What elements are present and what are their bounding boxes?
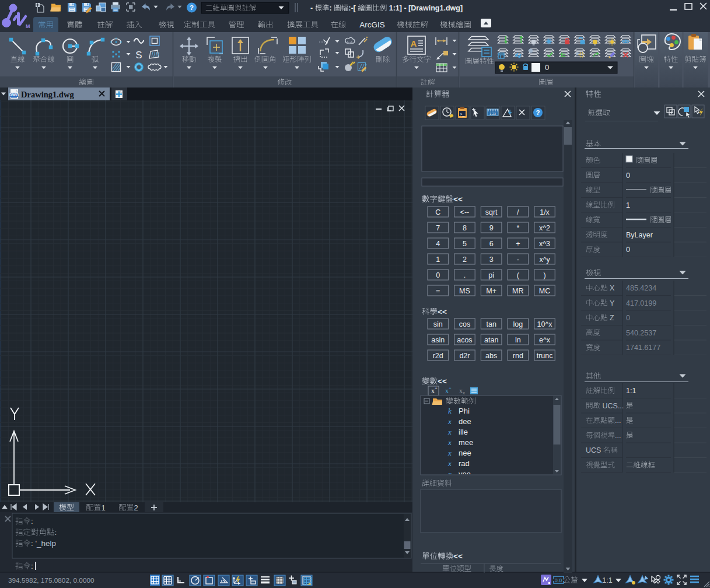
svg-text:0.0: 0.0 [555, 578, 562, 583]
svg-text:Phi: Phi [459, 407, 470, 415]
svg-text:dee: dee [459, 417, 471, 426]
svg-text:1: 1 [101, 503, 105, 512]
svg-text:atan: atan [484, 336, 498, 344]
svg-text:x: x [447, 417, 452, 426]
svg-text:1:1: 1:1 [602, 576, 612, 584]
svg-text:pi: pi [488, 271, 494, 279]
svg-text:ln: ln [515, 336, 521, 344]
svg-text:0: 0 [626, 314, 630, 322]
svg-text:1741.6177: 1741.6177 [626, 344, 660, 352]
svg-text:UCS...: UCS... [603, 402, 624, 410]
svg-text:?: ? [536, 109, 540, 116]
svg-text:9: 9 [489, 224, 494, 232]
svg-text:+: + [516, 240, 520, 248]
svg-text:<<: << [438, 307, 447, 316]
svg-text:S: S [135, 50, 142, 61]
svg-text:: '_help: : '_help [31, 539, 56, 548]
svg-text:cos: cos [459, 320, 470, 328]
svg-text:x^2: x^2 [539, 224, 550, 232]
svg-text:trunc: trunc [537, 352, 553, 360]
svg-text:e^x: e^x [539, 336, 551, 344]
svg-text:asin: asin [431, 336, 445, 344]
svg-text:abs: abs [485, 352, 497, 360]
svg-text:0: 0 [626, 246, 630, 254]
svg-text:rad: rad [459, 459, 470, 468]
svg-text:Z: Z [610, 314, 614, 322]
svg-text:7: 7 [436, 224, 440, 232]
svg-text:rnd: rnd [513, 352, 523, 360]
svg-text:MR: MR [512, 287, 523, 295]
svg-text:ille: ille [459, 428, 468, 436]
svg-text:Drawing1.dwg: Drawing1.dwg [21, 90, 74, 99]
svg-text:/: / [517, 208, 519, 216]
svg-text:6: 6 [489, 240, 494, 248]
svg-text:d2r: d2r [459, 352, 470, 360]
svg-text:<<: << [453, 195, 463, 204]
svg-text:x: x [447, 449, 452, 457]
svg-text:-: - [517, 256, 519, 264]
svg-text:): ) [544, 271, 546, 279]
svg-text:1/x: 1/x [540, 208, 550, 216]
svg-text:1:1] - [Drawing1.dwg]: 1:1] - [Drawing1.dwg] [389, 4, 463, 12]
svg-text:tan: tan [487, 320, 496, 328]
svg-text:1: 1 [436, 256, 440, 264]
svg-text:-: - [310, 4, 313, 12]
svg-text:A: A [411, 38, 417, 48]
svg-text:1: 1 [626, 201, 630, 209]
svg-text:1.23: 1.23 [489, 112, 496, 116]
svg-text:0: 0 [545, 63, 549, 72]
svg-text:.: . [464, 271, 466, 279]
svg-text::: : [31, 562, 33, 570]
svg-text:2: 2 [463, 256, 467, 264]
svg-text::: : [31, 517, 33, 526]
svg-text:M: M [26, 23, 30, 29]
svg-text:3: 3 [489, 256, 494, 264]
svg-text:x^3: x^3 [539, 240, 550, 248]
svg-text:x: x [463, 390, 465, 396]
svg-text:0: 0 [626, 172, 630, 180]
svg-text:M+: M+ [486, 287, 496, 295]
svg-text:MS: MS [459, 287, 470, 295]
svg-text:sin: sin [433, 320, 443, 328]
svg-text:x: x [447, 459, 452, 468]
svg-text:485.4234: 485.4234 [626, 284, 656, 292]
svg-text:x: x [447, 438, 452, 447]
svg-text:*: * [516, 224, 519, 232]
svg-text:>_: >_ [460, 112, 465, 117]
svg-text:sqrt: sqrt [485, 208, 498, 216]
svg-text:...: ... [615, 432, 621, 440]
svg-text:2: 2 [134, 503, 138, 512]
svg-text:k: k [448, 407, 452, 415]
svg-text:?: ? [190, 4, 194, 11]
svg-text:5: 5 [463, 240, 467, 248]
svg-text::-[: :-[ [348, 4, 356, 12]
svg-text:417.0199: 417.0199 [626, 299, 656, 307]
svg-text:1:1: 1:1 [626, 387, 636, 395]
svg-text:MC: MC [539, 287, 550, 295]
svg-text:<<: << [438, 377, 447, 386]
svg-text:+: + [449, 386, 452, 391]
svg-text::: : [55, 528, 57, 537]
svg-text:4: 4 [436, 240, 440, 248]
svg-text:nee: nee [459, 449, 471, 457]
svg-text:X: X [610, 284, 615, 292]
svg-text:0: 0 [436, 271, 440, 279]
svg-text:ByLayer: ByLayer [626, 231, 653, 239]
svg-text:10^x: 10^x [537, 320, 553, 328]
svg-text:DWG: DWG [9, 93, 19, 97]
svg-text:x: x [447, 428, 452, 436]
svg-text:=: = [436, 287, 440, 295]
svg-text:acos: acos [457, 336, 472, 344]
svg-text:540.2537: 540.2537 [626, 329, 656, 337]
svg-text:+: + [435, 386, 438, 391]
svg-text:C: C [435, 208, 440, 216]
svg-text:<<: << [453, 552, 463, 561]
svg-text:r2d: r2d [433, 352, 443, 360]
svg-text:log: log [513, 320, 523, 328]
svg-text:<--: <-- [460, 208, 470, 216]
svg-text::: : [330, 4, 332, 12]
svg-text:x^y: x^y [539, 256, 550, 264]
svg-text:ArcGIS: ArcGIS [359, 20, 385, 29]
svg-text:mee: mee [459, 438, 473, 447]
svg-text:394.5982, 175.0802, 0.0000: 394.5982, 175.0802, 0.0000 [8, 576, 95, 584]
